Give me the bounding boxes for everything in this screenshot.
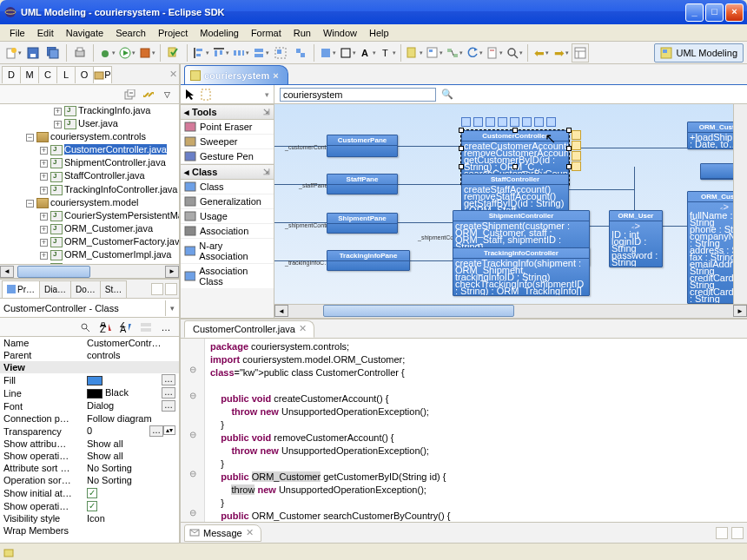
tree-item[interactable]: +ORM_CustomerImpl.java <box>0 248 179 261</box>
palette-item[interactable]: Association Class <box>181 264 274 288</box>
prop-sort-za-button[interactable]: ZA <box>116 318 136 337</box>
view-close-icon[interactable]: ✕ <box>169 69 177 80</box>
close-button[interactable]: × <box>725 3 744 22</box>
resource-button[interactable] <box>572 130 581 140</box>
uml-class[interactable]: StaffControllercreateStaffAccount()remov… <box>461 174 569 215</box>
tree-item[interactable]: +TrackingInfoController.java <box>0 183 179 196</box>
menu-project[interactable]: Project <box>152 26 194 40</box>
collapse-all-button[interactable] <box>122 87 139 102</box>
property-row[interactable]: Visibility styleIcon <box>0 512 179 524</box>
palette-item[interactable]: Usage <box>181 209 274 224</box>
tree-hscroll[interactable]: ◄► <box>0 264 179 278</box>
font-button[interactable]: A▾ <box>358 43 377 63</box>
resource-button[interactable] <box>473 117 483 127</box>
view-tab-m[interactable]: M <box>20 66 39 83</box>
uml-class[interactable]: ShipmentPane <box>327 213 398 234</box>
resource-button[interactable] <box>522 117 532 127</box>
uml-class[interactable]: CustomerPane <box>327 135 398 157</box>
resource-button[interactable] <box>510 117 519 127</box>
resource-button[interactable] <box>498 117 507 127</box>
palette-item[interactable]: Sweeper <box>181 135 274 149</box>
view-tab-p[interactable]: P <box>93 66 112 83</box>
editor-tab-couriersystem[interactable]: couriersystem × <box>184 65 288 84</box>
menu-help[interactable]: Help <box>363 26 395 40</box>
property-element-input[interactable] <box>0 301 165 315</box>
tree-item[interactable]: +CustomerController.java <box>0 143 179 156</box>
tree-item[interactable]: +User.java <box>0 117 179 130</box>
palette-item[interactable]: Association <box>181 224 274 239</box>
uml-class[interactable]: TrackingInfoPane <box>327 250 410 271</box>
property-row[interactable]: NameCustomerContr… <box>0 337 179 349</box>
view-tab-d[interactable]: D <box>2 66 21 83</box>
resource-button[interactable] <box>534 117 544 127</box>
same-width-button[interactable]: ▾ <box>251 43 270 63</box>
run-button[interactable]: ▾ <box>117 43 136 63</box>
message-max-button[interactable] <box>731 527 744 539</box>
report-button[interactable]: ▾ <box>485 43 504 63</box>
view-tab-o[interactable]: O <box>75 66 94 83</box>
uml-class[interactable]: ORM_User<>ID : intloginID : Stringpasswo… <box>609 210 663 267</box>
group-button[interactable] <box>271 43 290 63</box>
diagram-hscroll[interactable]: ◄► <box>274 304 747 318</box>
view-tab-c[interactable]: C <box>38 66 57 83</box>
maximize-view-button[interactable] <box>165 283 177 295</box>
view-tab-l[interactable]: L <box>56 66 76 83</box>
prop-tab-0[interactable]: Pr… <box>2 280 40 298</box>
erd-button[interactable]: ▾ <box>445 43 464 63</box>
palette-group-tools[interactable]: ◂Tools⇲ <box>181 104 274 120</box>
tree-item[interactable]: +ShipmentController.java <box>0 156 179 169</box>
tree-item[interactable]: +CourierSystemPersistentMan <box>0 209 179 222</box>
palette-item[interactable]: N-ary Association <box>181 239 274 264</box>
tree-item[interactable]: +ORM_Customer.java <box>0 222 179 235</box>
forward-button[interactable]: ➡▾ <box>552 43 571 63</box>
prop-dots-button[interactable]: … <box>156 318 175 337</box>
palette-item[interactable]: Point Eraser <box>181 120 274 135</box>
link-editor-button[interactable] <box>140 87 157 102</box>
prop-tab-2[interactable]: Do… <box>70 280 101 298</box>
resource-button[interactable] <box>572 151 581 161</box>
code-editor[interactable]: ⊖⊖⊖⊖⊖ package couriersystem.controls; im… <box>181 339 747 522</box>
save-button[interactable] <box>23 43 43 63</box>
resource-button[interactable] <box>572 161 581 171</box>
align-top-button[interactable]: ▾ <box>211 43 230 63</box>
text-button[interactable]: T▾ <box>378 43 397 63</box>
property-row[interactable]: Connection p…Follow diagram <box>0 412 179 425</box>
resource-button[interactable] <box>572 141 581 150</box>
print-button[interactable] <box>70 43 89 63</box>
diagram-vscroll[interactable] <box>733 104 747 304</box>
prop-zoom-button[interactable] <box>76 318 96 337</box>
debug-button[interactable]: ▾ <box>97 43 116 63</box>
property-row[interactable]: Fill… <box>0 373 179 386</box>
resource-button[interactable] <box>546 117 556 127</box>
property-row[interactable]: Show operati…✓ <box>0 499 179 512</box>
perspective-open-button[interactable] <box>572 43 589 63</box>
property-row[interactable]: Show initial at…✓ <box>0 486 179 499</box>
close-tab-icon[interactable]: × <box>273 70 278 81</box>
message-min-button[interactable] <box>716 527 728 539</box>
uml-new-button[interactable]: ▾ <box>405 43 424 63</box>
prop-tab-3[interactable]: St… <box>100 280 127 298</box>
tree-item[interactable]: −couriersystem.controls <box>0 130 179 143</box>
palette-group-class[interactable]: ◂Class⇲ <box>181 164 274 180</box>
align-left-button[interactable]: ▾ <box>191 43 210 63</box>
menu-navigate[interactable]: Navigate <box>60 26 109 40</box>
property-row[interactable]: Operation sor…No Sorting <box>0 474 179 486</box>
palette-item[interactable]: Generalization <box>181 194 274 209</box>
uml-class[interactable]: ORM_Customer+loadShipmentByDate(from : D… <box>687 122 733 149</box>
menu-format[interactable]: Format <box>245 26 288 40</box>
property-row[interactable]: Transparency0▴▾… <box>0 425 179 438</box>
uml-class[interactable]: ORM_Custo…<>fullName : Stringphone : Str… <box>687 191 733 304</box>
menu-edit[interactable]: Edit <box>31 26 60 40</box>
view-menu-button[interactable]: ▽ <box>158 87 175 102</box>
tree-item[interactable]: +StaffController.java <box>0 169 179 182</box>
code-tab[interactable]: CustomerController.java ✕ <box>184 320 314 338</box>
search-button[interactable]: ▾ <box>505 43 524 63</box>
uml-verify-button[interactable] <box>164 43 183 63</box>
close-code-tab-icon[interactable]: ✕ <box>299 323 307 334</box>
reverse-button[interactable]: ▾ <box>465 43 484 63</box>
menu-file[interactable]: File <box>3 26 31 40</box>
perspective-button[interactable]: UML Modeling <box>654 43 744 63</box>
diagram-canvas[interactable]: _customerController_staffPane_shipmentCo… <box>274 104 733 304</box>
tree-item[interactable]: +ORM_CustomerFactory.java <box>0 235 179 248</box>
line-color-button[interactable]: ▾ <box>338 43 357 63</box>
